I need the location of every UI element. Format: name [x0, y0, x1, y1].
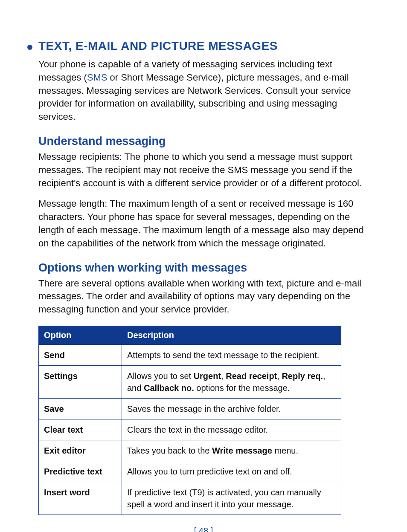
option-description: Attempts to send the text message to the… [122, 344, 341, 365]
option-name: Save [39, 398, 122, 419]
page-number: [ 48 ] [38, 526, 369, 532]
th-option: Option [39, 326, 122, 344]
intro-paragraph: Your phone is capable of a variety of me… [38, 58, 369, 124]
table-row: Exit editorTakes you back to the Write m… [39, 440, 341, 461]
option-name: Settings [39, 365, 122, 398]
section1-p2: Message length: The maximum length of a … [38, 197, 369, 250]
option-description: Allows you to turn predictive text on an… [122, 461, 341, 482]
table-row: Clear textClears the text in the message… [39, 419, 341, 440]
table-row: SaveSaves the message in the archive fol… [39, 398, 341, 419]
table-row: Predictive textAllows you to turn predic… [39, 461, 341, 482]
section-heading-understand: Understand messaging [38, 135, 369, 148]
sms-link[interactable]: SMS [87, 72, 108, 83]
page-title: TEXT, E-MAIL AND PICTURE MESSAGES [38, 39, 278, 53]
th-description: Description [122, 326, 341, 344]
options-table: Option Description SendAttempts to send … [38, 326, 341, 515]
option-name: Clear text [39, 419, 122, 440]
table-row: SettingsAllows you to set Urgent, Read r… [39, 365, 341, 398]
option-description: Saves the message in the archive folder. [122, 398, 341, 419]
option-name: Send [39, 344, 122, 365]
option-name: Exit editor [39, 440, 122, 461]
table-header-row: Option Description [39, 326, 341, 344]
section1-p1: Message recipients: The phone to which y… [38, 150, 369, 190]
bullet-icon [27, 45, 32, 50]
section-heading-options: Options when working with messages [38, 261, 369, 275]
table-row: SendAttempts to send the text message to… [39, 344, 341, 365]
page: TEXT, E-MAIL AND PICTURE MESSAGES Your p… [0, 0, 407, 532]
option-name: Predictive text [39, 461, 122, 482]
option-description: If predictive text (T9) is activated, yo… [122, 482, 341, 515]
section2-p1: There are several options available when… [38, 277, 369, 316]
option-description: Clears the text in the message editor. [122, 419, 341, 440]
table-row: Insert wordIf predictive text (T9) is ac… [39, 482, 341, 515]
option-description: Takes you back to the Write message menu… [122, 440, 341, 461]
title-row: TEXT, E-MAIL AND PICTURE MESSAGES [38, 39, 369, 53]
option-name: Insert word [39, 482, 122, 515]
option-description: Allows you to set Urgent, Read receipt, … [122, 365, 341, 398]
